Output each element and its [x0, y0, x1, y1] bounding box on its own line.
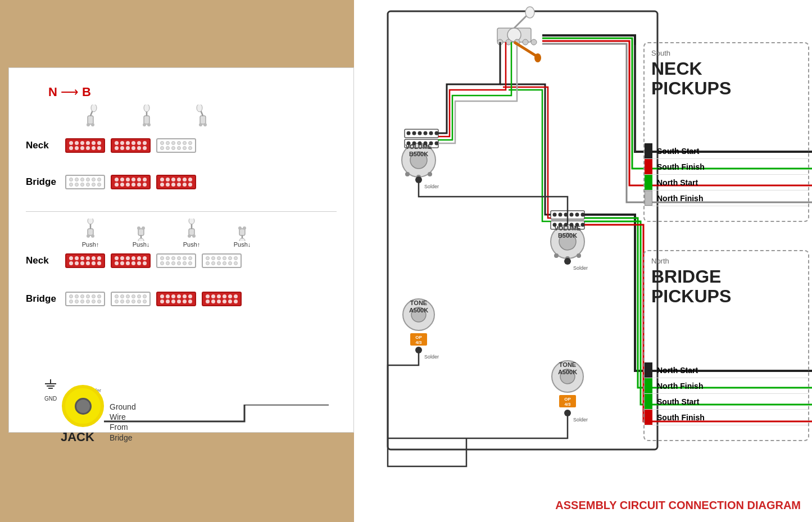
push-toggle-3: Push↑ — [166, 219, 217, 248]
svg-point-59 — [435, 142, 439, 146]
svg-text:4/3: 4/3 — [415, 340, 422, 345]
bridge-south-start-label: South Start — [652, 394, 808, 409]
nb-arrow-label: N ⟶ B — [48, 85, 91, 99]
svg-point-78 — [91, 105, 97, 112]
jack-circle — [62, 385, 104, 427]
assembly-label: ASSEMBLY CIRCUIT CONNECTION DIAGRAM — [555, 499, 801, 512]
svg-point-56 — [418, 142, 422, 146]
svg-rect-60 — [551, 211, 584, 219]
svg-point-12 — [405, 172, 410, 176]
push-label-2: Push↓ — [116, 241, 166, 248]
svg-point-22 — [565, 256, 570, 261]
push-toggle-1: Push↑ — [65, 219, 116, 248]
svg-rect-0 — [388, 11, 657, 450]
svg-text:Solder: Solder — [424, 354, 439, 360]
svg-text:VOLUME: VOLUME — [405, 143, 432, 150]
svg-point-90 — [203, 123, 207, 126]
svg-point-93 — [88, 219, 93, 224]
svg-point-55 — [412, 142, 416, 146]
svg-point-26 — [564, 258, 571, 265]
svg-point-80 — [91, 123, 94, 126]
bridge-label-1: Bridge — [26, 176, 60, 188]
svg-point-83 — [144, 105, 149, 112]
svg-point-99 — [137, 226, 140, 230]
svg-rect-86 — [200, 116, 206, 124]
svg-point-109 — [238, 226, 242, 230]
svg-point-105 — [192, 234, 196, 238]
svg-point-62 — [559, 213, 562, 217]
toggle-1 — [65, 105, 116, 130]
svg-point-7 — [514, 39, 520, 45]
bridge-pickups-title: BRIDGEPICKUPS — [651, 267, 731, 306]
toggle-3 — [178, 105, 228, 130]
svg-point-65 — [575, 213, 579, 217]
svg-text:VOLUME: VOLUME — [554, 225, 580, 232]
svg-rect-1 — [497, 28, 531, 42]
svg-point-2 — [507, 28, 521, 42]
svg-point-68 — [553, 223, 557, 227]
svg-point-79 — [87, 123, 90, 126]
svg-point-71 — [570, 223, 574, 227]
push-label-1: Push↑ — [65, 241, 116, 248]
svg-text:TONE: TONE — [410, 299, 427, 306]
svg-point-37 — [552, 361, 583, 392]
svg-text:4/3: 4/3 — [564, 402, 571, 407]
jack-inner — [75, 398, 92, 415]
svg-point-21 — [554, 253, 559, 258]
svg-point-61 — [553, 213, 557, 217]
svg-point-89 — [199, 123, 202, 126]
svg-rect-30 — [410, 333, 427, 346]
svg-point-6 — [506, 39, 511, 45]
svg-point-75 — [534, 53, 541, 62]
svg-point-72 — [575, 223, 579, 227]
toggle-2 — [121, 105, 172, 130]
neck-south-finish-label: South Finish — [652, 159, 808, 174]
svg-rect-53 — [405, 139, 438, 148]
svg-point-38 — [560, 369, 575, 384]
svg-line-3 — [514, 14, 528, 28]
svg-point-49 — [418, 131, 422, 135]
svg-text:A500K: A500K — [558, 369, 577, 375]
svg-point-70 — [564, 223, 568, 227]
svg-point-64 — [570, 213, 574, 217]
neck-pickups-box: South NECKPICKUPS South Start South Fini… — [643, 42, 809, 222]
reference-panel: N ⟶ B — [8, 67, 354, 433]
svg-point-14 — [428, 172, 432, 176]
svg-point-51 — [429, 131, 433, 135]
neck-pickups-title: NECKPICKUPS — [651, 59, 731, 98]
svg-point-4 — [525, 7, 534, 18]
svg-point-11 — [410, 152, 427, 169]
svg-point-63 — [564, 213, 568, 217]
svg-point-54 — [407, 142, 411, 146]
svg-point-47 — [407, 131, 411, 135]
svg-rect-81 — [144, 116, 149, 124]
svg-text:OP: OP — [564, 397, 571, 402]
svg-point-58 — [429, 142, 433, 146]
svg-rect-76 — [88, 116, 93, 124]
svg-point-88 — [197, 105, 202, 112]
neck-label-2: Neck — [26, 255, 60, 266]
svg-text:Solder: Solder — [424, 184, 439, 189]
arrow-icon: ⟶ — [61, 85, 79, 99]
svg-point-13 — [416, 175, 421, 179]
svg-point-20 — [559, 233, 576, 250]
svg-point-50 — [424, 131, 428, 135]
svg-point-95 — [91, 234, 94, 238]
bridge-south-finish-label: South Finish — [652, 410, 808, 425]
svg-point-5 — [497, 39, 503, 45]
svg-rect-39 — [559, 395, 576, 407]
svg-text:A500K: A500K — [409, 307, 428, 314]
svg-point-48 — [412, 131, 416, 135]
svg-point-104 — [188, 234, 191, 238]
svg-point-73 — [581, 223, 585, 227]
bridge-pickups-box: North BRIDGEPICKUPS North Start North Fi… — [643, 250, 809, 441]
neck-south-label: South — [651, 49, 670, 57]
push-toggle-2: Push↓ — [116, 219, 166, 248]
svg-point-8 — [523, 39, 528, 45]
bridge-north-finish-label: North Finish — [652, 378, 808, 393]
svg-point-17 — [415, 176, 422, 183]
svg-point-19 — [551, 225, 584, 258]
svg-point-69 — [559, 223, 562, 227]
bridge-north-label: North — [651, 257, 669, 265]
svg-point-100 — [142, 226, 145, 230]
